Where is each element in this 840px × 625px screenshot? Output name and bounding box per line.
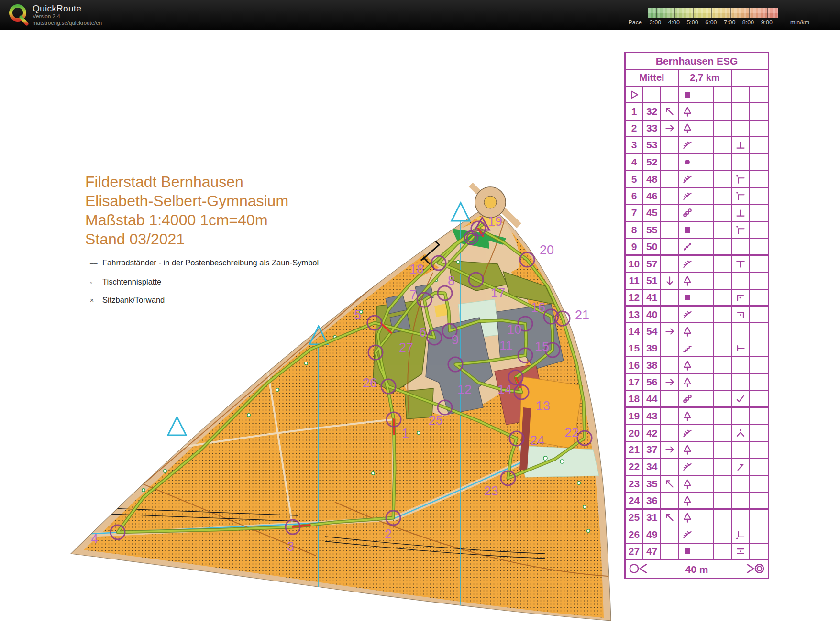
control-number-label: 6 [419, 325, 426, 340]
card-cell [696, 323, 714, 339]
earth-bank-icon [679, 256, 696, 272]
pace-gradient-bar[interactable] [648, 8, 779, 18]
pace-tick-label: 9:00 [761, 19, 773, 26]
control-row: 2042 [626, 425, 768, 442]
control-number-cell: 2 [626, 121, 643, 136]
corner-dot-in-right-icon [732, 307, 750, 322]
control-row: 353 [626, 137, 768, 154]
between-dot-icon [732, 544, 750, 559]
control-row: 1539 [626, 340, 768, 357]
pace-checker-overlay [648, 8, 778, 18]
start-symbol [626, 87, 643, 102]
control-code-cell: 57 [643, 256, 661, 272]
pace-tick [730, 8, 731, 18]
building-icon [679, 290, 696, 305]
control-row: 950 [626, 239, 768, 256]
control-number-label: 24 [530, 433, 544, 448]
card-cell [714, 154, 732, 170]
control-row: 1241 [626, 290, 768, 307]
pace-unit: min/km [790, 19, 809, 26]
empty-cell [732, 154, 750, 170]
card-cell [750, 476, 768, 492]
control-row: 1844 [626, 391, 768, 408]
earth-bank-icon [679, 137, 696, 153]
card-header-row: Mittel 2,7 km [626, 70, 768, 87]
control-number-label: 21 [575, 308, 589, 322]
empty-cell [661, 290, 679, 305]
top-dot-icon [732, 425, 750, 441]
card-cell [714, 357, 732, 373]
card-cell [696, 205, 714, 221]
control-row: 548 [626, 171, 768, 188]
control-number-label: 20 [540, 243, 554, 257]
card-cell [750, 408, 768, 424]
t-bar-icon [732, 256, 750, 272]
arrow-e-icon [661, 323, 679, 339]
control-code-cell: 39 [643, 340, 661, 356]
finish-route-end-icon [743, 562, 765, 577]
tree-icon [679, 273, 696, 288]
control-number-cell: 25 [626, 510, 643, 526]
tree-icon [679, 408, 696, 424]
control-number-cell: 5 [626, 171, 643, 187]
arrow-nw-icon [661, 103, 679, 119]
empty-cell [732, 374, 750, 390]
control-row: 1340 [626, 307, 768, 323]
card-cell [750, 340, 768, 356]
empty-cell [732, 493, 750, 508]
empty-cell [661, 544, 679, 559]
pace-label: Pace [617, 19, 642, 26]
control-row: 1943 [626, 408, 768, 425]
control-number-label: 18 [409, 262, 424, 276]
dot-chain-icon [679, 239, 696, 254]
fence-dash-icon: ‒‒ [90, 259, 102, 267]
card-cell [714, 273, 732, 288]
empty-cell [661, 493, 679, 508]
control-number-cell: 14 [626, 323, 643, 339]
card-cell [696, 357, 714, 373]
pace-tick [693, 8, 694, 18]
card-cell [696, 408, 714, 424]
legend-text: Fahrradständer - in der Postenbeschreibu… [102, 258, 319, 267]
empty-cell [732, 239, 750, 254]
control-code-cell: 40 [643, 307, 661, 322]
control-code-cell: 31 [643, 510, 661, 526]
card-cell [696, 340, 714, 356]
card-cell [750, 171, 768, 187]
pace-tick [656, 8, 657, 18]
earth-bank-icon [679, 307, 696, 322]
finish-route-begin-icon [629, 562, 651, 577]
control-row: 1756 [626, 374, 768, 391]
control-number-cell: 22 [626, 459, 643, 475]
card-cell [696, 121, 714, 136]
control-code-cell: 54 [643, 323, 661, 339]
control-code-cell: 32 [643, 103, 661, 119]
card-cell [714, 510, 732, 526]
building-icon [679, 544, 696, 559]
control-number-label: 5 [354, 308, 361, 322]
card-cell [714, 87, 732, 102]
card-cell [750, 103, 768, 119]
pace-tick-label: 4:00 [668, 19, 680, 26]
control-code-cell: 51 [643, 273, 661, 288]
pace-tick-label: 8:00 [742, 19, 754, 26]
card-cell [714, 374, 732, 390]
control-code-cell: 46 [643, 188, 661, 203]
card-cell [732, 87, 750, 102]
control-row: 855 [626, 222, 768, 239]
card-title: Bernhausen ESG [626, 53, 768, 70]
control-code-cell: 45 [643, 205, 661, 221]
card-cell [696, 273, 714, 288]
corner-dot-out-icon [732, 222, 750, 238]
card-cell [714, 290, 732, 305]
pace-tick-label: 7:00 [724, 19, 735, 26]
control-number-cell: 6 [626, 188, 643, 203]
control-number-cell: 19 [626, 408, 643, 424]
control-row: 2531 [626, 510, 768, 526]
control-number-label: 14 [497, 383, 512, 397]
card-cell [696, 188, 714, 203]
control-number-label: 22 [564, 426, 579, 440]
control-number-label: 25 [429, 413, 443, 428]
card-cell [750, 526, 768, 542]
empty-cell [661, 239, 679, 254]
